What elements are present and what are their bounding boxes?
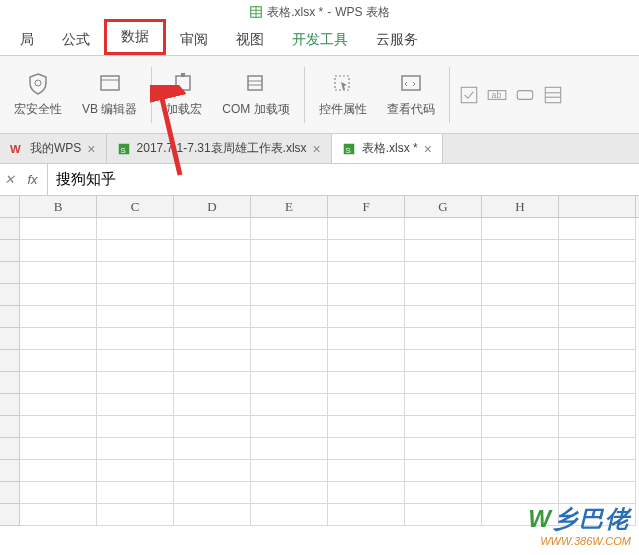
- cell[interactable]: [251, 460, 328, 482]
- close-icon[interactable]: ×: [424, 141, 432, 157]
- cell[interactable]: [328, 504, 405, 526]
- cell[interactable]: [405, 394, 482, 416]
- cell[interactable]: [251, 218, 328, 240]
- row-header[interactable]: [0, 306, 20, 328]
- cell[interactable]: [405, 306, 482, 328]
- row-header[interactable]: [0, 438, 20, 460]
- load-macro-button[interactable]: 加载宏: [160, 67, 208, 122]
- cell[interactable]: [559, 328, 636, 350]
- cell[interactable]: [174, 504, 251, 526]
- cell[interactable]: [174, 306, 251, 328]
- cell[interactable]: [97, 262, 174, 284]
- cell[interactable]: [328, 306, 405, 328]
- col-header[interactable]: C: [97, 196, 174, 217]
- cell[interactable]: [251, 350, 328, 372]
- cell[interactable]: [482, 240, 559, 262]
- cell[interactable]: [20, 262, 97, 284]
- cell[interactable]: [482, 350, 559, 372]
- row-header[interactable]: [0, 482, 20, 504]
- cell[interactable]: [20, 240, 97, 262]
- col-header[interactable]: B: [20, 196, 97, 217]
- cell[interactable]: [20, 284, 97, 306]
- cell[interactable]: [482, 372, 559, 394]
- cell[interactable]: [482, 460, 559, 482]
- cell[interactable]: [559, 306, 636, 328]
- row-header[interactable]: [0, 328, 20, 350]
- cell[interactable]: [559, 504, 636, 526]
- cell[interactable]: [251, 394, 328, 416]
- tab-view[interactable]: 视图: [222, 25, 278, 55]
- cell[interactable]: [20, 416, 97, 438]
- cell[interactable]: [251, 306, 328, 328]
- cell[interactable]: [328, 218, 405, 240]
- com-addin-button[interactable]: COM 加载项: [216, 67, 295, 122]
- col-header[interactable]: H: [482, 196, 559, 217]
- view-code-button[interactable]: 查看代码: [381, 67, 441, 122]
- cell[interactable]: [328, 438, 405, 460]
- cell[interactable]: [559, 438, 636, 460]
- cell[interactable]: [20, 218, 97, 240]
- cell[interactable]: [405, 416, 482, 438]
- row-header[interactable]: [0, 394, 20, 416]
- cell[interactable]: [328, 460, 405, 482]
- row-header[interactable]: [0, 504, 20, 526]
- cell[interactable]: [559, 240, 636, 262]
- cell[interactable]: [405, 262, 482, 284]
- cell[interactable]: [405, 460, 482, 482]
- row-header[interactable]: [0, 372, 20, 394]
- cell[interactable]: [20, 306, 97, 328]
- tab-cloud[interactable]: 云服务: [362, 25, 432, 55]
- cell[interactable]: [97, 460, 174, 482]
- cell[interactable]: [20, 394, 97, 416]
- cell[interactable]: [328, 394, 405, 416]
- cell[interactable]: [482, 328, 559, 350]
- cell[interactable]: [251, 504, 328, 526]
- cell[interactable]: [405, 284, 482, 306]
- cell[interactable]: [20, 438, 97, 460]
- cell[interactable]: [97, 240, 174, 262]
- cell[interactable]: [20, 350, 97, 372]
- cell[interactable]: [559, 394, 636, 416]
- col-header[interactable]: E: [251, 196, 328, 217]
- macro-security-button[interactable]: 宏安全性: [8, 67, 68, 122]
- cell[interactable]: [174, 240, 251, 262]
- cell[interactable]: [20, 328, 97, 350]
- cell[interactable]: [328, 482, 405, 504]
- cell[interactable]: [174, 372, 251, 394]
- row-header[interactable]: [0, 350, 20, 372]
- cell[interactable]: [405, 438, 482, 460]
- cell[interactable]: [559, 482, 636, 504]
- col-header[interactable]: D: [174, 196, 251, 217]
- tab-formula[interactable]: 公式: [48, 25, 104, 55]
- cell[interactable]: [97, 394, 174, 416]
- row-header[interactable]: [0, 262, 20, 284]
- tab-data[interactable]: 数据: [104, 19, 166, 55]
- row-header[interactable]: [0, 240, 20, 262]
- fx-label[interactable]: fx: [18, 164, 48, 195]
- cell[interactable]: [174, 350, 251, 372]
- cell[interactable]: [174, 394, 251, 416]
- cell[interactable]: [20, 460, 97, 482]
- cell[interactable]: [559, 262, 636, 284]
- cell[interactable]: [559, 350, 636, 372]
- tab-layout[interactable]: 局: [6, 25, 48, 55]
- tab-developer[interactable]: 开发工具: [278, 25, 362, 55]
- cell[interactable]: [174, 460, 251, 482]
- cell[interactable]: [97, 328, 174, 350]
- list-control-icon[interactable]: [542, 84, 564, 106]
- row-header[interactable]: [0, 218, 20, 240]
- cell[interactable]: [97, 504, 174, 526]
- cell[interactable]: [405, 350, 482, 372]
- cell[interactable]: [251, 416, 328, 438]
- cell[interactable]: [405, 240, 482, 262]
- close-icon[interactable]: ×: [87, 141, 95, 157]
- cell[interactable]: [559, 372, 636, 394]
- cell[interactable]: [97, 306, 174, 328]
- col-header[interactable]: [559, 196, 636, 217]
- textbox-control-icon[interactable]: ab: [486, 84, 508, 106]
- cell[interactable]: [482, 438, 559, 460]
- cell[interactable]: [482, 482, 559, 504]
- doc-tab-worksheet[interactable]: S 2017.7.1-7.31袁周雄工作表.xlsx ×: [107, 134, 332, 163]
- cell[interactable]: [251, 240, 328, 262]
- cancel-icon[interactable]: ✕: [0, 172, 18, 187]
